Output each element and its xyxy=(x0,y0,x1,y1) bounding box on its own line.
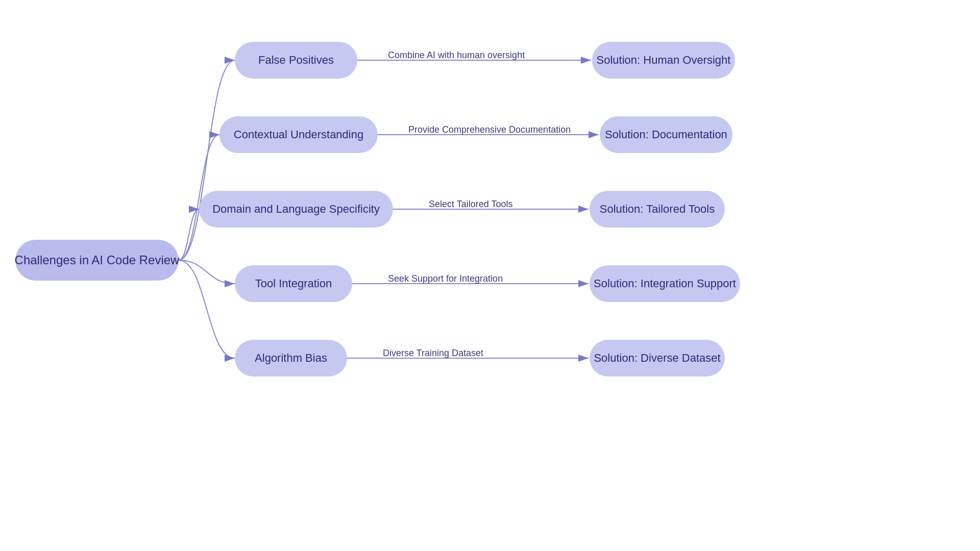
solution-node-1: Solution: Human Oversight xyxy=(592,42,735,79)
solution-label-5: Solution: Diverse Dataset xyxy=(594,352,720,365)
diagram-container: Challenges in AI Code Review False Posit… xyxy=(0,0,980,551)
solution-node-2: Solution: Documentation xyxy=(600,116,732,153)
challenge-node-3: Domain and Language Specificity xyxy=(199,191,393,228)
root-node: Challenges in AI Code Review xyxy=(15,240,179,281)
challenge-label-4: Tool Integration xyxy=(255,277,332,290)
challenge-node-2: Contextual Understanding xyxy=(219,116,378,153)
challenge-label-3: Domain and Language Specificity xyxy=(212,203,380,216)
edge-label-3: Select Tailored Tools xyxy=(429,199,512,210)
solution-node-4: Solution: Integration Support xyxy=(590,265,740,302)
solution-label-1: Solution: Human Oversight xyxy=(597,54,731,67)
solution-label-3: Solution: Tailored Tools xyxy=(600,203,715,216)
edge-label-2: Provide Comprehensive Documentation xyxy=(408,124,571,135)
solution-label-4: Solution: Integration Support xyxy=(594,277,736,290)
challenge-node-5: Algorithm Bias xyxy=(235,340,347,377)
edge-label-5: Diverse Training Dataset xyxy=(383,348,483,359)
solution-node-5: Solution: Diverse Dataset xyxy=(590,340,725,377)
challenge-label-1: False Positives xyxy=(258,54,334,67)
challenge-label-2: Contextual Understanding xyxy=(234,128,363,141)
solution-node-3: Solution: Tailored Tools xyxy=(590,191,725,228)
edge-label-1: Combine AI with human oversight xyxy=(388,50,525,61)
challenge-node-4: Tool Integration xyxy=(235,265,352,302)
challenge-label-5: Algorithm Bias xyxy=(255,352,327,365)
edge-label-4: Seek Support for Integration xyxy=(388,273,503,284)
root-label: Challenges in AI Code Review xyxy=(15,253,180,267)
solution-label-2: Solution: Documentation xyxy=(605,128,727,141)
challenge-node-1: False Positives xyxy=(235,42,357,79)
